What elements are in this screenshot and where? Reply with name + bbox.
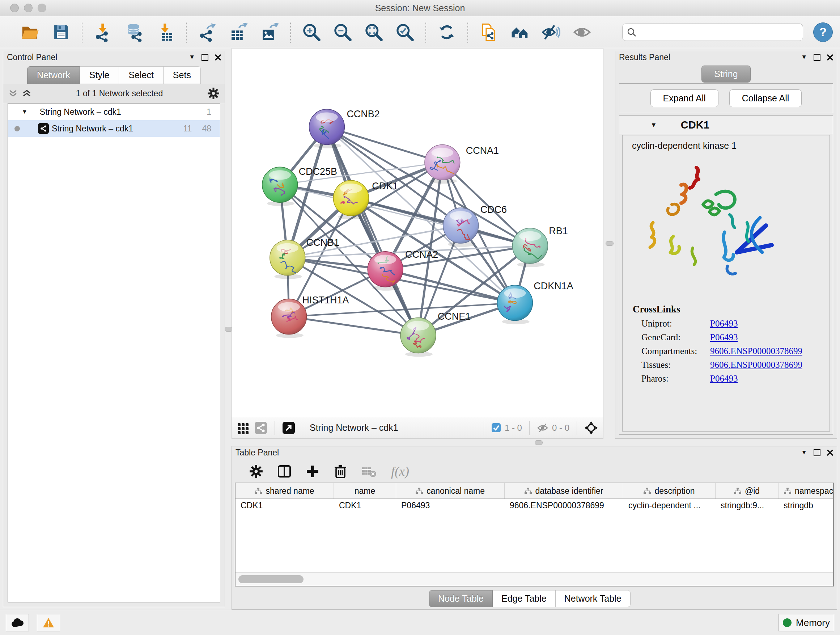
export-network-button[interactable]: [196, 21, 218, 43]
export-image-button[interactable]: [259, 21, 280, 43]
table-cell[interactable]: P06493: [396, 501, 505, 510]
crosslink-link[interactable]: P06493: [710, 318, 737, 329]
column-header--id[interactable]: @id: [715, 483, 778, 499]
network-node[interactable]: [271, 299, 307, 338]
expand-all-button[interactable]: Expand All: [651, 89, 718, 107]
toolbar-search[interactable]: [622, 24, 803, 41]
left-splitter[interactable]: [225, 48, 232, 610]
tab-node-table[interactable]: Node Table: [429, 590, 493, 607]
table-settings-gear-icon[interactable]: [249, 464, 263, 478]
float-panel-icon[interactable]: [813, 449, 821, 456]
fit-content-button[interactable]: [363, 21, 385, 43]
table-cell[interactable]: 9606.ENSP00000378699: [505, 501, 623, 510]
table-cell[interactable]: cyclin-dependent ...: [623, 501, 715, 510]
network-node[interactable]: [262, 167, 298, 206]
column-header-shared-name[interactable]: shared name: [235, 483, 334, 499]
network-collection-row[interactable]: ▼ String Network – cdk1 1: [8, 103, 220, 120]
column-header-namespace[interactable]: namespace: [778, 483, 834, 499]
panel-menu-icon[interactable]: ▼: [189, 54, 195, 61]
table-cell[interactable]: stringdb: [778, 501, 834, 510]
add-column-icon[interactable]: [306, 464, 319, 478]
import-table-from-file-button[interactable]: [155, 21, 176, 43]
network-canvas[interactable]: CCNB2CCNA1CDC25BCDK1CDC6RB1CCNB1CCNA2CDK…: [232, 48, 603, 417]
hidden-eye-icon[interactable]: [537, 423, 548, 433]
network-node[interactable]: [497, 285, 533, 325]
close-window-button[interactable]: [10, 4, 19, 12]
column-header-database-identifier[interactable]: database identifier: [505, 483, 623, 499]
collapse-all-icon[interactable]: [8, 89, 18, 98]
delete-column-trash-icon[interactable]: [334, 464, 347, 478]
zoom-in-button[interactable]: [301, 21, 322, 43]
panel-menu-icon[interactable]: ▼: [801, 449, 807, 456]
table-row[interactable]: CDK1CDK1P064939606.ENSP00000378699cyclin…: [235, 499, 833, 511]
close-panel-icon[interactable]: [827, 54, 833, 60]
open-session-button[interactable]: [19, 21, 41, 43]
detach-view-icon[interactable]: [282, 421, 295, 434]
zoom-out-button[interactable]: [332, 21, 354, 43]
table-cell[interactable]: CDK1: [235, 501, 334, 510]
right-splitter[interactable]: [603, 48, 615, 439]
network-mode-icon[interactable]: [254, 421, 267, 434]
save-session-button[interactable]: [50, 21, 72, 43]
gear-icon[interactable]: [207, 87, 219, 100]
first-neighbors-button[interactable]: [509, 21, 531, 43]
bottom-splitter[interactable]: [232, 439, 840, 446]
network-node[interactable]: [401, 318, 436, 357]
table-cell[interactable]: stringdb:9...: [715, 501, 778, 510]
tab-style[interactable]: Style: [80, 66, 119, 84]
tab-sets[interactable]: Sets: [164, 66, 201, 84]
import-network-from-file-button[interactable]: [92, 21, 114, 43]
warnings-button[interactable]: [37, 614, 60, 631]
panel-menu-icon[interactable]: ▼: [801, 54, 807, 61]
tab-select[interactable]: Select: [119, 66, 163, 84]
hide-graphics-details-button[interactable]: [540, 21, 562, 43]
tab-edge-table[interactable]: Edge Table: [493, 590, 556, 607]
crosslink-link[interactable]: 9606.ENSP00000378699: [710, 360, 802, 370]
search-input[interactable]: [639, 27, 798, 38]
zoom-selected-button[interactable]: [394, 21, 416, 43]
help-button[interactable]: ?: [813, 22, 833, 42]
splitter-handle[interactable]: [535, 440, 543, 445]
maximize-window-button[interactable]: [38, 4, 46, 12]
memory-button[interactable]: Memory: [778, 614, 834, 631]
close-panel-icon[interactable]: [215, 54, 221, 60]
collapse-all-button[interactable]: Collapse All: [729, 89, 802, 107]
show-columns-icon[interactable]: [278, 464, 291, 478]
grid-mode-icon[interactable]: [237, 422, 249, 434]
network-node[interactable]: [425, 144, 460, 184]
collapse-section-icon[interactable]: ▼: [651, 121, 657, 129]
import-network-from-database-button[interactable]: [123, 21, 145, 43]
network-node[interactable]: [368, 252, 403, 291]
export-table-button[interactable]: [227, 21, 249, 43]
tab-string[interactable]: String: [701, 65, 750, 82]
scrollbar-thumb[interactable]: [238, 575, 303, 583]
splitter-handle[interactable]: [606, 241, 614, 246]
cloud-status-button[interactable]: [6, 614, 29, 631]
selected-checkbox-icon[interactable]: [491, 423, 501, 432]
crosslink-link[interactable]: 9606.ENSP00000378699: [710, 346, 802, 356]
network-graph[interactable]: CCNB2CCNA1CDC25BCDK1CDC6RB1CCNB1CCNA2CDK…: [232, 49, 603, 417]
birdseye-navigator-icon[interactable]: [584, 421, 598, 435]
tab-network-table[interactable]: Network Table: [556, 590, 630, 607]
crosslink-link[interactable]: P06493: [710, 374, 737, 384]
collection-expand-icon[interactable]: ▼: [22, 109, 27, 115]
refresh-button[interactable]: [436, 21, 458, 43]
expand-all-icon[interactable]: [22, 89, 32, 98]
crosslink-link[interactable]: P06493: [710, 333, 737, 342]
float-panel-icon[interactable]: [202, 54, 208, 61]
column-header-description[interactable]: description: [623, 483, 715, 499]
table-cell[interactable]: CDK1: [334, 501, 396, 510]
column-header-canonical-name[interactable]: canonical name: [396, 483, 505, 499]
network-row[interactable]: String Network – cdk1 11 48: [8, 120, 220, 137]
duplicate-network-button[interactable]: [478, 21, 500, 43]
horizontal-scrollbar[interactable]: [235, 572, 833, 586]
close-panel-icon[interactable]: [827, 450, 833, 456]
network-node[interactable]: [512, 228, 548, 267]
column-header-name[interactable]: name: [334, 483, 396, 499]
gene-section-header[interactable]: ▼ CDK1: [619, 116, 833, 134]
tab-network[interactable]: Network: [27, 66, 80, 84]
minimize-window-button[interactable]: [24, 4, 33, 12]
show-graphics-details-button[interactable]: [571, 21, 593, 43]
network-edge[interactable]: [327, 127, 442, 163]
network-node[interactable]: [270, 240, 305, 279]
